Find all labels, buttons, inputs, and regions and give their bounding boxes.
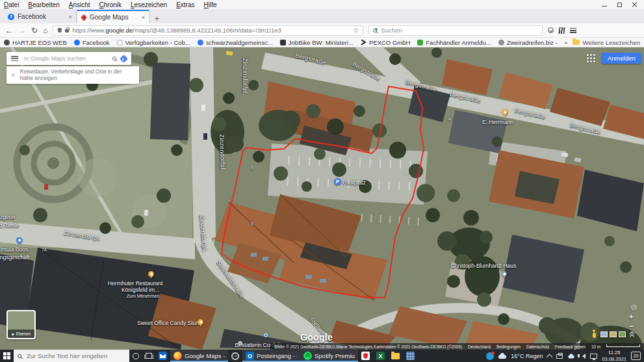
menu-extras[interactable]: Extras (176, 1, 194, 8)
reload-icon[interactable]: ↻ (31, 27, 38, 34)
bookmark-item[interactable]: Facebook (74, 39, 110, 46)
close-icon[interactable] (632, 2, 638, 7)
my-location-icon[interactable]: ◎ (631, 303, 638, 311)
bookmark-item[interactable]: HARTJE EOS WEB (4, 39, 67, 46)
antivirus-button[interactable] (358, 350, 373, 362)
poi-label-restaurant[interactable]: Herrnhuter Restaurant (108, 280, 163, 287)
home-icon[interactable]: ⌂ (43, 27, 47, 34)
bookmark-star-icon[interactable]: ☆ (353, 27, 359, 34)
transit-stop-dot[interactable] (264, 333, 268, 337)
parking-pin-icon[interactable]: P (334, 178, 341, 185)
taskbar-search-input[interactable] (25, 352, 125, 360)
pocket-icon[interactable] (548, 27, 554, 33)
satellite-imagery[interactable] (0, 47, 644, 350)
zoom-out-icon[interactable]: − (629, 322, 633, 330)
weather-icon[interactable] (498, 355, 506, 359)
outlook-task-button[interactable]: OPosteingang - info... (242, 350, 300, 362)
menu-datei[interactable]: Datei (4, 1, 19, 8)
attribution-terms[interactable]: Bedingungen (496, 344, 521, 349)
new-tab-button[interactable]: + (155, 14, 159, 23)
collapse-controls-icon[interactable] (629, 332, 636, 339)
task-view-button[interactable] (142, 350, 155, 362)
maximize-icon[interactable] (617, 3, 622, 7)
imagery-thumbnail[interactable] (619, 331, 626, 337)
google-apps-icon[interactable] (587, 54, 595, 62)
library-icon[interactable] (559, 27, 565, 34)
bookmark-item[interactable]: schwarzwaldgemeinsc... (198, 39, 273, 46)
search-icon (18, 354, 21, 358)
signin-button[interactable]: Anmelden (602, 53, 641, 64)
bookmark-item[interactable]: Fachhändler Anmeldu... (417, 39, 491, 46)
tab-facebook[interactable]: f Facebook × (4, 10, 77, 23)
notification-app-icon[interactable] (486, 352, 494, 360)
excel-button[interactable]: X (373, 350, 388, 362)
bookmark-favicon (280, 40, 286, 45)
attribution-feedback[interactable]: Feedback geben (555, 344, 586, 349)
back-icon[interactable]: ← (5, 27, 13, 34)
folder-icon (573, 40, 580, 45)
url-bar[interactable]: https://www.google.de/maps/@48.1388989,8… (53, 25, 363, 36)
maps-search-input[interactable] (23, 55, 108, 62)
start-button[interactable] (0, 350, 14, 362)
tracking-shield-icon[interactable] (57, 28, 62, 33)
tab-close-icon[interactable]: × (69, 14, 72, 20)
menu-lesezeichen[interactable]: Lesezeichen (131, 1, 167, 8)
poi-label-blumhardt[interactable]: Christoph-Blumhardt-Haus (451, 263, 517, 269)
bookmarks-overflow-icon[interactable]: » (564, 39, 567, 46)
poi-label-restaurant-2[interactable]: Königsfeld im... (122, 287, 159, 293)
poi-label-ursula-boos[interactable]: Ursula Boos (0, 246, 28, 253)
menu-ansicht[interactable]: Ansicht (69, 1, 90, 8)
layers-widget[interactable]: ◆Ebenen (6, 310, 36, 339)
browser-search-field[interactable]: Suchen (368, 25, 543, 36)
poi-label-candy-store[interactable]: Sweet Office Candy Store (137, 320, 201, 326)
house-number: 5 (251, 222, 253, 226)
menu-bearbeiten[interactable]: Bearbeiten (28, 1, 59, 8)
attribution-privacy[interactable]: Datenschutz (526, 344, 549, 349)
cortana-button[interactable] (129, 350, 142, 362)
zoom-in-icon[interactable]: + (629, 313, 633, 320)
bookmark-item[interactable]: Verfügbarkeiten - Cob... (117, 39, 190, 46)
scale-label[interactable]: 10 m (591, 344, 600, 349)
maps-search-box[interactable] (6, 52, 131, 65)
explorer-button[interactable] (388, 350, 403, 362)
device-icon[interactable] (556, 354, 563, 359)
weather-text[interactable]: 16°C Regen (511, 353, 543, 359)
spotify-task-button[interactable]: Spotify Premium (300, 350, 358, 362)
bookmark-item[interactable]: Zweiradreifen.biz - An... (498, 39, 560, 46)
pegman-icon[interactable] (591, 330, 596, 338)
menu-chronik[interactable]: Chronik (99, 1, 122, 8)
firefox-task-button[interactable]: Google Maps - Mo... (170, 350, 228, 362)
speaker-icon[interactable] (580, 354, 586, 359)
taskbar-search[interactable] (14, 350, 129, 362)
onedrive-icon[interactable] (569, 356, 575, 359)
imagery-thumbnail[interactable] (600, 331, 608, 337)
maps-hint-card[interactable]: ∨ Reisedauer, Verkehrslage und Orte in d… (6, 66, 139, 84)
mail-button[interactable] (155, 350, 170, 362)
bookmark-item[interactable]: PEXCO GmbH (361, 39, 410, 46)
imagery-thumbnail[interactable] (610, 331, 617, 337)
app-menu-icon[interactable] (570, 28, 576, 33)
tab-google-maps[interactable]: Google Maps × (77, 10, 149, 23)
maps-menu-icon[interactable] (11, 56, 18, 61)
action-center-badge[interactable]: 20 (631, 352, 641, 360)
menu-hilfe[interactable]: Hilfe (204, 1, 217, 8)
bookmark-label: schwarzwaldgemeinsc... (206, 39, 273, 46)
url-text[interactable]: https://www.google.de/maps/@48.1388989,8… (72, 27, 350, 34)
tray-expand-icon[interactable] (547, 354, 553, 360)
poi-label-herrmann[interactable]: E. Herrmann (482, 119, 513, 125)
calculator-button[interactable] (403, 350, 418, 362)
forward-icon[interactable]: → (18, 27, 26, 34)
taskbar-clock[interactable]: 11:25 03.08.2021 (602, 350, 626, 362)
network-display-icon[interactable] (590, 354, 597, 359)
attribution-country[interactable]: Deutschland (468, 344, 491, 349)
bookmark-item[interactable]: JobBike BW: Ministeri... (280, 39, 354, 46)
circle-app-button[interactable] (228, 350, 242, 362)
directions-icon[interactable] (120, 55, 128, 63)
chevron-down-icon[interactable]: ∨ (11, 71, 16, 78)
maps-search-icon[interactable] (112, 57, 116, 60)
minimize-icon[interactable] (602, 3, 607, 6)
more-bookmarks-folder[interactable]: Weitere Lesezeichen (573, 39, 640, 46)
poi-label-parkplatz[interactable]: Parkplatz (342, 179, 365, 186)
tab-close-icon[interactable]: × (142, 14, 145, 21)
poi-label-ursula-boos-2[interactable]: dungsgeschäft (0, 254, 30, 261)
